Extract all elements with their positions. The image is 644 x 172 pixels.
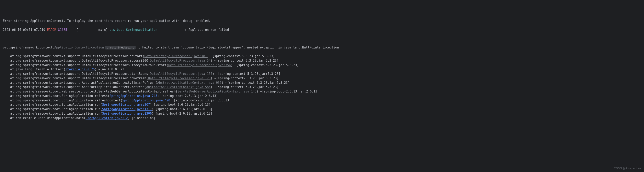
pid: 81685 xyxy=(58,28,67,32)
log-line-app-failed: 2023-06-16 09:51:07.210 ERROR 81685 --- … xyxy=(3,28,641,32)
stack-frame-jar-info: ) [spring-boot-2.6.13.jar:2.6.13] xyxy=(152,112,212,115)
create-breakpoint-button[interactable]: Create breakpoint xyxy=(105,46,136,50)
stack-frame: at org.springframework.boot.web.servlet.… xyxy=(3,89,641,94)
stack-frame-jar-info: ) [spring-boot-2.6.13.jar:2.6.13] xyxy=(150,103,210,106)
stack-frame-source-link[interactable]: AbstractApplicationContext.java:586 xyxy=(146,85,210,89)
stack-frame-source-link[interactable]: SpringApplication.java:420 xyxy=(122,98,170,102)
log-message: Application run failed xyxy=(188,28,229,32)
stack-frame-source-link[interactable]: DefaultLifecycleProcessor.java:54 xyxy=(150,59,210,63)
stack-frame-method: at org.springframework.boot.SpringApplic… xyxy=(3,107,102,111)
stack-frame-source-link[interactable]: SpringApplication.java:745 xyxy=(110,94,157,98)
stack-frame: at java.lang.Iterable.forEach(Iterable.j… xyxy=(3,67,641,72)
stack-frame: at org.springframework.boot.SpringApplic… xyxy=(3,94,641,98)
stack-frame-method: at com.example.user.UserApplication.main… xyxy=(3,116,86,120)
stack-frame-method: at org.springframework.context.support.D… xyxy=(3,72,150,76)
timestamp: 2023-06-16 09:51:07.210 xyxy=(3,28,45,32)
stack-frame-jar-info: ) ~[spring-context-5.3.23.jar:5.3.23] xyxy=(212,72,280,76)
stack-frame-source-link[interactable]: SpringApplication.java:1317 xyxy=(102,107,152,111)
stack-frame-method: at org.springframework.boot.SpringApplic… xyxy=(3,94,110,98)
stack-frame-jar-info: ) ~[spring-context-5.3.23.jar:5.3.23] xyxy=(222,81,290,85)
log-line-error-header: Error starting ApplicationContext. To di… xyxy=(3,19,641,23)
stack-frame-source-link[interactable]: DefaultLifecycleProcessor.java:356 xyxy=(168,63,231,67)
exception-class-link[interactable]: ApplicationContextException xyxy=(54,46,104,49)
stack-frame-method: at org.springframework.boot.SpringApplic… xyxy=(3,98,122,102)
exception-message: : Failed to start bean 'documentationPlu… xyxy=(137,46,339,49)
stack-frame: at org.springframework.context.support.D… xyxy=(3,72,641,76)
stack-frame-source-link[interactable]: DefaultLifecycleProcessor.java:181 xyxy=(144,54,207,58)
stack-frame: at org.springframework.context.support.A… xyxy=(3,81,641,85)
stack-frame-method: at org.springframework.context.support.D… xyxy=(3,59,150,63)
log-level-error: ERROR xyxy=(47,28,56,32)
thread-separator: --- [ main] xyxy=(67,28,110,32)
stack-frame-jar-info: ) ~[na:1.8.0_372] xyxy=(95,68,126,71)
stack-frame-source-link[interactable]: SpringApplication.java:307 xyxy=(102,103,150,106)
stack-frame-jar-info: ) [spring-boot-2.6.13.jar:2.6.13] xyxy=(170,98,231,102)
stack-frame-method: at org.springframework.context.support.A… xyxy=(3,81,157,85)
exception-line: org.springframework.context.ApplicationC… xyxy=(3,45,641,50)
stack-frame: at com.example.user.UserApplication.main… xyxy=(3,116,641,120)
stack-frame-method: at org.springframework.boot.web.servlet.… xyxy=(3,90,178,93)
stack-frame-source-link[interactable]: AbstractApplicationContext.java:935 xyxy=(157,81,222,85)
stack-frame: at org.springframework.context.support.D… xyxy=(3,54,641,59)
stack-frame-source-link[interactable]: Iterable.java:75 xyxy=(65,68,95,71)
stack-frame-jar-info: ) ~[spring-context-5.3.23.jar:5.3.23] xyxy=(207,54,275,58)
logger-name: o.s.boot.SpringApplication xyxy=(110,28,157,32)
stack-frame-jar-info: ) ~[spring-context-5.3.23.jar:5.3.23] xyxy=(210,59,278,63)
stack-frame: at org.springframework.context.support.A… xyxy=(3,85,641,89)
stack-frame: at org.springframework.boot.SpringApplic… xyxy=(3,98,641,103)
stack-frame-source-link[interactable]: UserApplication.java:12 xyxy=(86,116,128,120)
stack-frame: at org.springframework.boot.SpringApplic… xyxy=(3,103,641,107)
stack-frame-jar-info: ) [spring-boot-2.6.13.jar:2.6.13] xyxy=(152,107,212,111)
stack-frame-method: at org.springframework.context.support.D… xyxy=(3,63,168,67)
stack-frame: at org.springframework.context.support.D… xyxy=(3,63,641,68)
stack-frame-source-link[interactable]: ServletWebServerApplicationContext.java:… xyxy=(178,90,256,93)
stack-frame-method: at org.springframework.context.support.D… xyxy=(3,77,148,80)
stack-frame-jar-info: ) [classes/:na] xyxy=(128,116,155,120)
blank-line xyxy=(3,36,641,41)
stack-frame-source-link[interactable]: SpringApplication.java:1306 xyxy=(102,112,152,115)
stack-frame-method: at java.lang.Iterable.forEach( xyxy=(3,68,65,71)
stack-frame: at org.springframework.boot.SpringApplic… xyxy=(3,112,641,116)
stack-frame-jar-info: ) ~[spring-context-5.3.23.jar:5.3.23] xyxy=(210,77,278,80)
stack-frame-method: at org.springframework.context.support.D… xyxy=(3,54,144,58)
stack-frame-jar-info: ) [spring-boot-2.6.13.jar:2.6.13] xyxy=(157,94,218,98)
stack-frame-jar-info: ) ~[spring-boot-2.6.13.jar:2.6.13] xyxy=(256,90,319,93)
stack-frame: at org.springframework.context.support.D… xyxy=(3,76,641,81)
stack-frame-method: at org.springframework.boot.SpringApplic… xyxy=(3,103,102,106)
stack-frame: at org.springframework.context.support.D… xyxy=(3,59,641,63)
stack-frame-jar-info: ) ~[spring-context-5.3.23.jar:5.3.23] xyxy=(231,63,299,67)
exception-package: org.springframework.context. xyxy=(3,46,54,49)
stack-frame: at org.springframework.boot.SpringApplic… xyxy=(3,107,641,112)
msg-separator: : xyxy=(157,28,189,32)
stack-frame-jar-info: ) ~[spring-context-5.3.23.jar:5.3.23] xyxy=(210,85,278,89)
stack-frame-source-link[interactable]: DefaultLifecycleProcessor.java:155 xyxy=(150,72,212,76)
stack-frame-method: at org.springframework.context.support.A… xyxy=(3,85,146,89)
stack-frame-method: at org.springframework.boot.SpringApplic… xyxy=(3,112,102,115)
stack-frame-source-link[interactable]: DefaultLifecycleProcessor.java:123 xyxy=(148,77,210,80)
